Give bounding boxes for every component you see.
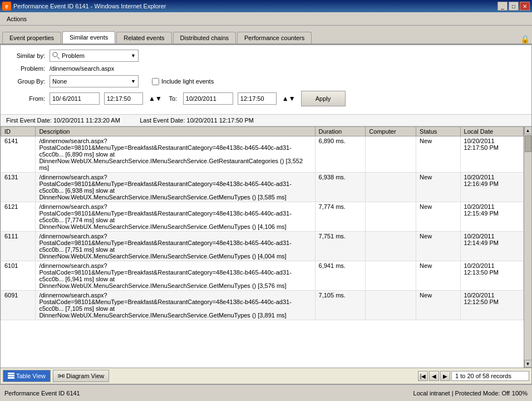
from-date-input[interactable] [50,92,100,105]
include-light-events-checkbox[interactable] [152,78,159,85]
cell-computer [366,136,416,173]
to-time-input[interactable] [238,92,277,105]
cell-computer [366,202,416,232]
lock-icon: 🔒 [520,35,530,43]
tab-bar: Event properties Similar events Related … [0,26,532,45]
cell-computer [366,232,416,261]
svg-rect-2 [8,373,14,374]
svg-rect-5 [58,375,60,377]
status-right: Local intranet | Protected Mode: Off 100… [413,390,528,397]
search-icon [52,52,60,60]
zone-text: Local intranet | Protected Mode: Off [413,390,510,397]
col-header-computer[interactable]: Computer [366,127,416,136]
cell-id: 6091 [1,291,36,320]
summary-row: First Event Date: 10/20/2011 11:23:20 AM… [1,115,531,126]
minimize-button[interactable]: _ [497,2,508,11]
navigation-controls: |◀ ◀ ▶ 1 to 20 of 58 records [418,371,529,381]
date-range-row: From: ▲▼ To: ▲▼ Apply [6,91,526,106]
similar-by-value: Problem [62,52,131,59]
up-down-arrows-to[interactable]: ▲▼ [282,95,295,102]
tab-similar-events[interactable]: Similar events [62,31,115,43]
cell-local-date: 10/20/2011 12:17:50 PM [460,136,523,173]
group-by-value: None [52,78,131,85]
last-event-label: Last Event Date: [140,117,185,124]
cell-duration: 7,751 ms. [315,232,366,261]
zoom-level: 100% [512,390,528,397]
col-header-duration[interactable]: Duration [315,127,366,136]
diagram-view-label: Diagram View [66,373,104,379]
cell-status: New [416,261,460,291]
group-by-row: Group By: None ▼ Include light events [6,75,526,87]
maximize-button[interactable]: □ [509,2,519,11]
problem-label: Problem: [6,65,45,72]
svg-line-1 [57,57,60,59]
group-by-dropdown-arrow[interactable]: ▼ [131,79,136,84]
to-date-input[interactable] [183,92,233,105]
cell-status: New [416,291,460,320]
cell-id: 6141 [1,136,36,173]
cell-duration: 6,890 ms. [315,136,366,173]
first-page-button[interactable]: |◀ [418,371,428,381]
filter-form: Similar by: Problem ▼ Problem: /dinnerno… [1,45,531,115]
window-controls[interactable]: _ □ ✕ [497,2,530,11]
diagram-view-button[interactable]: Diagram View [53,370,109,382]
window-title: Performance Event ID 6141 - Windows Inte… [13,3,166,9]
table-row[interactable]: 6131 /dinnernow/search.aspx? PostalCode=… [1,173,524,202]
to-label: To: [168,95,179,102]
tab-related-events[interactable]: Related events [116,32,171,43]
actions-menu[interactable]: Actions [2,14,31,23]
col-header-local-date[interactable]: Local Date [460,127,523,136]
records-count: 1 to 20 of 58 records [451,371,529,381]
col-header-id[interactable]: ID [1,127,36,136]
from-time-input[interactable] [104,92,143,105]
tab-performance-counters[interactable]: Performance counters [237,32,312,43]
events-table: ID Description Duration Computer Status … [1,126,524,320]
table-row[interactable]: 6121 /dinnernow/search.aspx? PostalCode=… [1,202,524,232]
bottom-toolbar: Table View Diagram View |◀ ◀ ▶ 1 to 20 o… [1,368,531,384]
app-icon: e [2,2,11,11]
diagram-icon [58,373,65,379]
content-area: Similar by: Problem ▼ Problem: /dinnerno… [0,45,532,384]
cell-description: /dinnernow/search.aspx? PostalCode=98101… [36,173,315,202]
actions-label: Actions [7,16,27,22]
cell-id: 6121 [1,202,36,232]
tab-distributed-chains[interactable]: Distributed chains [173,32,236,43]
cell-status: New [416,202,460,232]
cell-duration: 6,938 ms. [315,173,366,202]
up-down-arrows-from[interactable]: ▲▼ [149,95,162,102]
table-row[interactable]: 6101 /dinnernow/search.aspx? PostalCode=… [1,261,524,291]
cell-status: New [416,136,460,173]
cell-id: 6111 [1,232,36,261]
next-page-button[interactable]: ▶ [440,371,450,381]
table-row[interactable]: 6111 /dinnernow/search.aspx? PostalCode=… [1,232,524,261]
col-header-status[interactable]: Status [416,127,460,136]
prev-page-button[interactable]: ◀ [429,371,439,381]
table-row[interactable]: 6141 /dinnernow/search.aspx? PostalCode=… [1,136,524,173]
include-light-events-area: Include light events [152,78,214,85]
close-button[interactable]: ✕ [520,2,530,11]
scroll-thumb[interactable] [525,135,531,152]
cell-duration: 6,941 ms. [315,261,366,291]
scroll-up-button[interactable]: ▲ [524,126,532,134]
scroll-down-button[interactable]: ▼ [524,360,532,368]
title-bar: e Performance Event ID 6141 - Windows In… [0,0,532,12]
cell-description: /dinnernow/search.aspx? PostalCode=98101… [36,136,315,173]
tab-event-properties[interactable]: Event properties [2,32,61,43]
svg-rect-3 [8,375,14,376]
events-table-container[interactable]: ID Description Duration Computer Status … [1,126,531,368]
similar-by-dropdown-arrow[interactable]: ▼ [131,53,136,58]
cell-description: /dinnernow/search.aspx? PostalCode=98101… [36,291,315,320]
table-icon [8,373,14,379]
problem-row: Problem: /dinnernow/search.aspx [6,65,526,72]
cell-status: New [416,173,460,202]
cell-id: 6101 [1,261,36,291]
cell-description: /dinnernow/search.aspx? PostalCode=98101… [36,232,315,261]
table-row[interactable]: 6091 /dinnernow/search.aspx? PostalCode=… [1,291,524,320]
col-header-description[interactable]: Description [36,127,315,136]
table-view-button[interactable]: Table View [3,370,51,382]
table-body: 6141 /dinnernow/search.aspx? PostalCode=… [1,136,524,320]
table-header-row: ID Description Duration Computer Status … [1,127,524,136]
apply-button[interactable]: Apply [301,91,346,106]
vertical-scrollbar[interactable]: ▲ ▼ [524,126,531,368]
main-container: Event properties Similar events Related … [0,26,532,384]
